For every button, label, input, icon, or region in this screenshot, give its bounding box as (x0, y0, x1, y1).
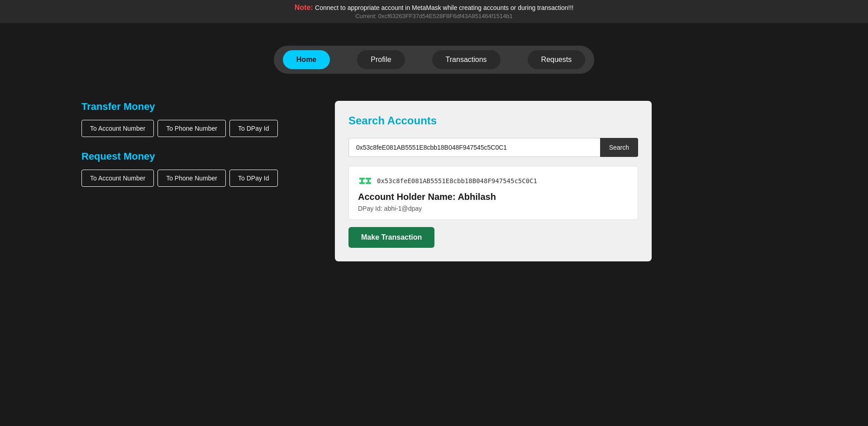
make-transaction-button[interactable]: Make Transaction (348, 227, 434, 248)
svg-rect-2 (361, 178, 363, 184)
search-input[interactable] (348, 138, 600, 157)
search-button[interactable]: Search (600, 138, 638, 157)
nav-requests[interactable]: Requests (528, 50, 586, 69)
search-accounts-title: Search Accounts (348, 114, 638, 127)
note-label: Note: (295, 4, 313, 11)
nav-profile[interactable]: Profile (357, 50, 405, 69)
account-result-card: 0x53c8feE081AB5551E8cbb18B048F947545c5C0… (348, 166, 638, 220)
request-money-section: Request Money To Account Number To Phone… (81, 151, 308, 187)
account-address: 0x53c8feE081AB5551E8cbb18B048F947545c5C0… (377, 177, 537, 185)
metamask-address: 0xcf63263FF37d54E528F8F6df43A851464f1514… (378, 13, 513, 19)
request-money-buttons: To Account Number To Phone Number To DPa… (81, 170, 308, 187)
request-to-phone-button[interactable]: To Phone Number (157, 170, 226, 187)
note-text: Connect to appropriate account in MetaMa… (315, 4, 573, 11)
search-bar: Search (348, 138, 638, 157)
nav-bar: Home Profile Transactions Requests (274, 46, 594, 74)
left-panel: Transfer Money To Account Number To Phon… (81, 101, 308, 261)
top-banner: Note: Connect to appropriate account in … (0, 0, 868, 23)
request-money-title: Request Money (81, 151, 308, 162)
navigation: Home Profile Transactions Requests (0, 46, 868, 74)
dpay-icon (358, 174, 372, 188)
request-to-dpay-button[interactable]: To DPay Id (229, 170, 277, 187)
nav-home[interactable]: Home (283, 50, 330, 69)
transfer-to-phone-button[interactable]: To Phone Number (157, 120, 226, 137)
current-address: Current: 0xcf63263FF37d54E528F8F6df43A85… (7, 13, 861, 19)
account-holder-name: Account Holder Name: Abhilash (358, 192, 629, 202)
nav-transactions[interactable]: Transactions (432, 50, 501, 69)
request-to-account-button[interactable]: To Account Number (81, 170, 154, 187)
search-accounts-panel: Search Accounts Search 0x53c8feE (335, 101, 652, 261)
transfer-to-account-button[interactable]: To Account Number (81, 120, 154, 137)
transfer-money-title: Transfer Money (81, 101, 308, 113)
dpay-id: DPay Id: abhi-1@dpay (358, 205, 629, 212)
main-content: Transfer Money To Account Number To Phon… (0, 92, 868, 270)
transfer-money-buttons: To Account Number To Phone Number To DPa… (81, 120, 308, 137)
transfer-money-section: Transfer Money To Account Number To Phon… (81, 101, 308, 137)
account-card-header: 0x53c8feE081AB5551E8cbb18B048F947545c5C0… (358, 174, 629, 188)
transfer-to-dpay-button[interactable]: To DPay Id (229, 120, 277, 137)
svg-rect-5 (367, 178, 369, 184)
